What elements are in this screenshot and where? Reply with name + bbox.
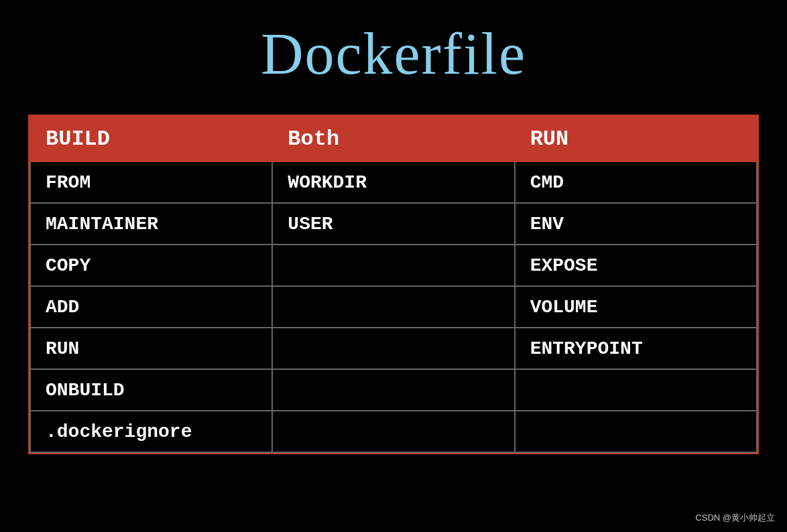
cell-build-3: ADD: [30, 286, 272, 328]
cell-run-1: ENV: [515, 203, 757, 245]
header-run: RUN: [515, 117, 757, 161]
table-row: ONBUILD: [30, 369, 757, 411]
dockerfile-table: BUILD Both RUN FROMWORKDIRCMDMAINTAINERU…: [29, 116, 758, 453]
cell-both-3: [272, 286, 514, 328]
cell-run-3: VOLUME: [515, 286, 757, 328]
cell-build-5: ONBUILD: [30, 369, 272, 411]
cell-run-2: EXPOSE: [515, 245, 757, 286]
cell-both-5: [272, 369, 514, 411]
cell-build-6: .dockerignore: [30, 411, 272, 452]
cell-both-0: WORKDIR: [272, 161, 514, 203]
watermark: CSDN @黄小帅起立: [695, 512, 775, 524]
cell-build-1: MAINTAINER: [30, 203, 272, 245]
table-row: COPYEXPOSE: [30, 245, 757, 286]
table-row: .dockerignore: [30, 411, 757, 452]
cell-build-4: RUN: [30, 328, 272, 369]
header-build: BUILD: [30, 117, 272, 161]
header-both: Both: [272, 117, 514, 161]
table-row: FROMWORKDIRCMD: [30, 161, 757, 203]
cell-build-0: FROM: [30, 161, 272, 203]
cell-build-2: COPY: [30, 245, 272, 286]
cell-both-6: [272, 411, 514, 452]
cell-run-4: ENTRYPOINT: [515, 328, 757, 369]
table-row: MAINTAINERUSERENV: [30, 203, 757, 245]
dockerfile-table-container: BUILD Both RUN FROMWORKDIRCMDMAINTAINERU…: [28, 115, 759, 454]
cell-both-4: [272, 328, 514, 369]
table-row: ADDVOLUME: [30, 286, 757, 328]
cell-both-1: USER: [272, 203, 514, 245]
cell-both-2: [272, 245, 514, 286]
table-row: RUNENTRYPOINT: [30, 328, 757, 369]
cell-run-6: [515, 411, 757, 452]
title-area: Dockerfile: [0, 0, 787, 115]
cell-run-0: CMD: [515, 161, 757, 203]
cell-run-5: [515, 369, 757, 411]
table-header-row: BUILD Both RUN: [30, 117, 757, 161]
page-title: Dockerfile: [0, 20, 787, 88]
